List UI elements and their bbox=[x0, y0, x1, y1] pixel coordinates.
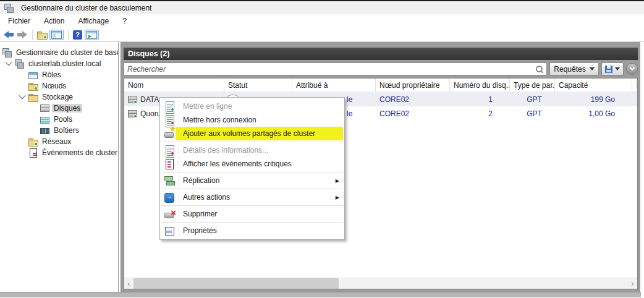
disk-icon bbox=[128, 95, 137, 104]
column-header-capacite[interactable]: Capacité bbox=[555, 79, 632, 92]
toolbar bbox=[0, 28, 644, 42]
take-offline-icon bbox=[164, 115, 174, 125]
menu-item-replication[interactable]: Réplication bbox=[160, 174, 344, 187]
tree-item-label: Réseaux bbox=[40, 137, 73, 146]
menu-help[interactable]: ? bbox=[116, 15, 133, 27]
menu-item-supprimer[interactable]: Supprimer bbox=[160, 207, 344, 221]
column-header-noeud[interactable]: Nœud propriétaire bbox=[376, 79, 450, 92]
tree-item-label: Gestionnaire du cluster de basc bbox=[14, 48, 119, 57]
tree-item-label: Événements de cluster bbox=[40, 148, 119, 157]
nodes-folder-icon bbox=[28, 82, 38, 90]
show-console-tree-button[interactable] bbox=[49, 30, 64, 40]
tree-item-label: Rôles bbox=[40, 70, 63, 79]
menu-affichage[interactable]: Affichage bbox=[71, 15, 116, 27]
cell-owner: CORE02 bbox=[376, 92, 450, 106]
properties-icon bbox=[164, 226, 174, 236]
menu-separator bbox=[161, 222, 343, 223]
storage-folder-icon bbox=[28, 93, 38, 101]
tree-item-pools[interactable]: Pools bbox=[0, 114, 118, 125]
scrollbar-thumb[interactable] bbox=[133, 278, 339, 289]
export-folder-icon[interactable] bbox=[37, 31, 47, 39]
title-bar: Gestionnaire du cluster de basculement bbox=[0, 1, 644, 14]
column-header-statut[interactable]: Statut bbox=[224, 79, 292, 92]
column-header-type[interactable]: Type de par... bbox=[510, 79, 555, 92]
tree-item-reseaux[interactable]: Réseaux bbox=[0, 136, 118, 147]
search-icon bbox=[535, 65, 543, 73]
menu-fichier[interactable]: Fichier bbox=[1, 15, 37, 27]
tree-item-noeuds[interactable]: Nœuds bbox=[0, 80, 118, 92]
queries-button[interactable]: Requêtes bbox=[549, 62, 599, 75]
column-header-role[interactable]: Rôl bbox=[632, 79, 637, 92]
cluster-events-icon bbox=[28, 148, 38, 157]
scroll-left-icon[interactable]: ‹ bbox=[124, 278, 133, 289]
chevron-down-icon[interactable] bbox=[19, 92, 25, 98]
horizontal-scrollbar[interactable]: ‹ › bbox=[124, 278, 637, 289]
toolbar-separator bbox=[68, 30, 69, 40]
show-action-pane-button[interactable] bbox=[85, 30, 99, 40]
cell-role bbox=[632, 92, 637, 106]
menu-item-proprietes[interactable]: Propriétés bbox=[160, 224, 344, 237]
tree-item-label: Pools bbox=[52, 115, 74, 124]
forward-icon[interactable] bbox=[17, 30, 28, 39]
pane-title: Disques (2) bbox=[124, 48, 638, 60]
disk-context-menu: Mettre en ligne Mettre hors connexion Aj… bbox=[159, 97, 345, 240]
tree-item-stockage[interactable]: Stockage bbox=[0, 92, 118, 103]
help-icon[interactable] bbox=[73, 30, 82, 40]
search-row: Rechercher Requêtes bbox=[124, 61, 638, 77]
tree-item-roles[interactable]: Rôles bbox=[0, 69, 118, 80]
other-actions-icon bbox=[164, 192, 174, 202]
disk-icon bbox=[128, 109, 137, 118]
pane-title-text: Disques (2) bbox=[128, 49, 169, 58]
window-title: Gestionnaire du cluster de basculement bbox=[21, 4, 151, 12]
roles-icon bbox=[28, 72, 38, 79]
tree-item-root[interactable]: Gestionnaire du cluster de basc bbox=[0, 47, 118, 58]
menu-action[interactable]: Action bbox=[37, 15, 71, 27]
cell-capacity: 1,00 Go bbox=[555, 106, 632, 121]
expand-button[interactable] bbox=[626, 63, 638, 75]
column-header-numero[interactable]: Numéro du disq... bbox=[450, 79, 510, 92]
app-window: Gestionnaire du cluster de basculement F… bbox=[0, 0, 644, 298]
menu-item-ajouter-aux-csv[interactable]: Ajouter aux volumes partagés de cluster bbox=[160, 127, 344, 140]
menu-separator bbox=[161, 205, 343, 206]
menu-bar: Fichier Action Affichage ? bbox=[0, 14, 644, 28]
cell-partition-type: GPT bbox=[510, 106, 555, 121]
cell-partition-type: GPT bbox=[510, 92, 555, 106]
chevron-down-icon[interactable] bbox=[5, 58, 12, 65]
search-input[interactable]: Rechercher bbox=[124, 62, 547, 75]
scroll-right-icon[interactable]: › bbox=[628, 278, 637, 289]
toolbar-separator bbox=[32, 30, 33, 40]
tree-item-evenements[interactable]: Événements de cluster bbox=[0, 147, 118, 158]
menu-separator bbox=[161, 189, 343, 189]
menu-separator bbox=[161, 172, 343, 172]
cell-role bbox=[632, 106, 637, 121]
add-to-csv-icon bbox=[164, 129, 174, 138]
bring-online-icon bbox=[164, 101, 174, 111]
column-header-nom[interactable]: Nom bbox=[124, 79, 224, 92]
column-header-attribue[interactable]: Attribué à bbox=[292, 79, 376, 92]
status-bar bbox=[0, 292, 641, 297]
menu-item-autres-actions[interactable]: Autres actions bbox=[160, 190, 344, 204]
save-query-button[interactable] bbox=[601, 62, 624, 75]
tree-item-label: Boîtiers bbox=[52, 126, 81, 135]
replication-icon bbox=[164, 176, 174, 185]
menu-item-mettre-en-ligne[interactable]: Mettre en ligne bbox=[160, 100, 344, 113]
queries-button-label: Requêtes bbox=[554, 65, 585, 74]
menu-item-details-informations[interactable]: Détails des informations... bbox=[160, 143, 344, 157]
enclosures-icon bbox=[40, 128, 49, 134]
cluster-icon bbox=[15, 59, 24, 68]
cell-disk-number: 1 bbox=[450, 92, 510, 106]
cluster-manager-icon bbox=[2, 48, 12, 57]
save-icon bbox=[605, 66, 612, 73]
menu-item-mettre-hors-connexion[interactable]: Mettre hors connexion bbox=[160, 113, 344, 127]
chevron-down-icon bbox=[590, 67, 595, 70]
menu-item-evenements-critiques[interactable]: Afficher les événements critiques bbox=[160, 157, 344, 171]
delete-icon bbox=[164, 209, 174, 219]
tree-item-disques[interactable]: Disques bbox=[0, 103, 118, 114]
back-icon[interactable] bbox=[3, 30, 14, 39]
chevron-down-circle-icon bbox=[629, 66, 634, 70]
tree-item-boitiers[interactable]: Boîtiers bbox=[0, 125, 118, 136]
search-placeholder: Rechercher bbox=[127, 65, 535, 74]
networks-folder-icon bbox=[28, 137, 38, 146]
tree-item-cluster[interactable]: clusterlab.cluster.local bbox=[0, 58, 118, 69]
console-tree-icon bbox=[51, 31, 62, 39]
